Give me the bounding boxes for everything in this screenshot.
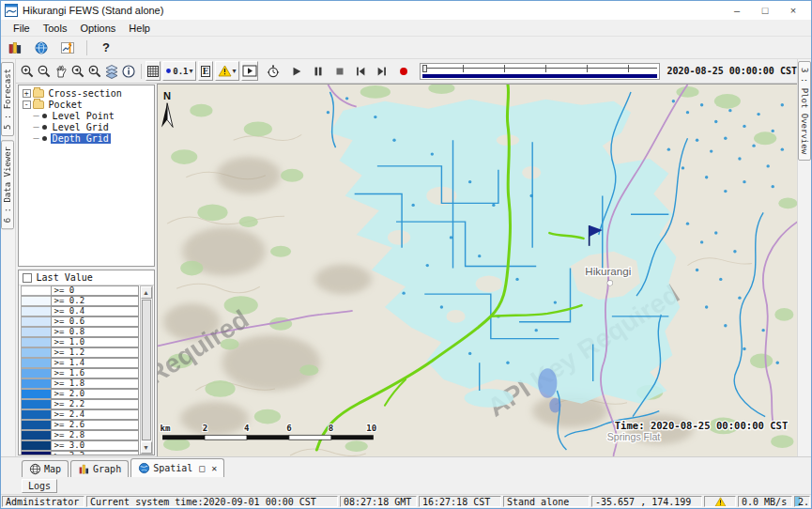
grid-display-icon[interactable] <box>146 61 161 81</box>
play-icon[interactable] <box>290 61 304 81</box>
layers-icon[interactable] <box>104 61 119 81</box>
pause-icon[interactable] <box>311 61 325 81</box>
legend-scrollbar[interactable]: ▲ ▼ <box>140 285 153 455</box>
status-coordinates: -35.657 , 174.199 <box>591 496 702 507</box>
tree-connector: ─ <box>34 133 39 144</box>
last-value-label: Last Value <box>37 272 93 283</box>
tree-item[interactable]: +Cross-section <box>21 87 154 99</box>
legend-color-swatch <box>21 409 51 420</box>
panel-maximize-icon[interactable]: □ <box>199 463 205 473</box>
minimize-button[interactable]: – <box>723 5 751 16</box>
menu-options[interactable]: Options <box>73 21 122 36</box>
tree-item[interactable]: ─Depth Grid <box>21 132 154 144</box>
step-last-icon[interactable] <box>375 61 390 81</box>
legend-row[interactable]: >= 1.2 <box>21 347 154 358</box>
tree-item[interactable]: ─Level Point <box>21 110 154 121</box>
last-value-checkbox[interactable] <box>23 273 32 283</box>
tab-forecast[interactable]: 5 : Forecast <box>1 62 14 136</box>
info-icon[interactable] <box>121 61 136 81</box>
logs-button[interactable]: Logs <box>22 479 57 493</box>
panel-close-icon[interactable]: ✕ <box>211 463 217 473</box>
status-mode: Stand alone <box>503 496 590 507</box>
time-slider-handle[interactable] <box>422 65 427 72</box>
zoom-next-icon[interactable] <box>87 61 102 81</box>
record-icon[interactable] <box>396 61 410 81</box>
tree-expander-icon[interactable]: + <box>23 89 31 98</box>
legend-row[interactable]: >= 0.2 <box>21 296 154 306</box>
scroll-up-icon[interactable]: ▲ <box>141 286 152 299</box>
menu-file[interactable]: File <box>7 21 37 36</box>
classbreak-dropdown[interactable]: 0.1 ▾ <box>162 61 195 81</box>
bullet-icon <box>42 136 47 141</box>
town-label: Hikurangi <box>585 267 631 278</box>
legend-row[interactable]: >= 3.0 <box>21 440 154 451</box>
legend-value-label: >= 2.2 <box>51 399 139 409</box>
legend-row[interactable]: >= 1.8 <box>21 378 154 389</box>
tab-graph[interactable]: Graph <box>70 460 129 477</box>
scrollbar-thumb[interactable] <box>142 300 151 440</box>
legend-row[interactable]: >= 0.6 <box>21 316 154 327</box>
legend-color-swatch <box>21 296 51 306</box>
tree-item-label: Level Point <box>51 111 116 121</box>
menu-tools[interactable]: Tools <box>37 21 74 36</box>
maximize-button[interactable]: □ <box>751 5 779 16</box>
left-tab-strip: 5 : Forecast 6 : Data Viewer <box>1 59 16 456</box>
svg-text:N: N <box>163 90 171 101</box>
zoom-in-icon[interactable] <box>20 61 35 81</box>
tab-spatial[interactable]: Spatial □ ✕ <box>130 458 224 477</box>
legend-row[interactable]: >= 3.2 <box>21 451 154 455</box>
legend-row[interactable]: >= 1.4 <box>21 358 154 368</box>
legend-row[interactable]: >= 2.8 <box>21 430 154 440</box>
tab-map[interactable]: Map <box>22 460 69 477</box>
tree-item[interactable]: -Pocket <box>21 99 154 110</box>
animation-settings-icon[interactable] <box>266 61 281 81</box>
movie-player-icon[interactable] <box>241 61 258 81</box>
zoom-previous-icon[interactable] <box>70 61 85 81</box>
legend-row[interactable]: >= 0 <box>21 285 154 296</box>
pan-hand-icon[interactable] <box>54 61 69 81</box>
tab-plot-overview[interactable]: 3 : Plot Overview <box>798 61 811 161</box>
svg-text:E: E <box>202 67 208 76</box>
chart-arrow-icon[interactable] <box>57 39 78 57</box>
legend-color-swatch <box>21 316 51 327</box>
labels-toggle-icon[interactable]: E <box>198 61 213 81</box>
tree-item[interactable]: ─Level Grid <box>21 121 154 132</box>
tree-item-label: Pocket <box>47 100 84 110</box>
map-view[interactable]: API Key Required <box>157 84 797 456</box>
tab-data-viewer[interactable]: 6 : Data Viewer <box>1 140 14 229</box>
legend-value-label: >= 2.4 <box>51 409 139 420</box>
time-slider[interactable] <box>420 63 659 80</box>
scroll-down-icon[interactable]: ▼ <box>141 441 152 454</box>
status-warning-cell[interactable] <box>704 496 736 507</box>
thresholds-dropdown[interactable]: ▾ <box>215 61 239 81</box>
wire-globe-icon <box>29 463 41 475</box>
zoom-out-icon[interactable] <box>37 61 52 81</box>
menu-help[interactable]: Help <box>122 21 157 36</box>
window-title: Hikurangi FEWS (Stand alone) <box>23 5 723 16</box>
tree-item-label: Level Grid <box>51 122 111 132</box>
legend-color-swatch <box>21 337 51 347</box>
warning-icon <box>714 497 727 507</box>
tree-expander-icon[interactable]: - <box>23 100 31 109</box>
database-icon[interactable] <box>5 39 25 57</box>
legend-row[interactable]: >= 2.4 <box>21 409 154 420</box>
help-button[interactable]: ? <box>96 39 116 57</box>
legend-row[interactable]: >= 2.0 <box>21 389 154 399</box>
legend-row[interactable]: >= 0.4 <box>21 306 154 316</box>
tab-spatial-label: Spatial <box>153 463 192 473</box>
stop-icon[interactable] <box>332 61 346 81</box>
dot-icon <box>165 68 172 74</box>
legend-value-label: >= 2.0 <box>51 389 139 399</box>
legend-row[interactable]: >= 2.6 <box>21 420 154 430</box>
legend-row[interactable]: >= 1.0 <box>21 337 154 347</box>
legend-row[interactable]: >= 1.6 <box>21 368 154 378</box>
main-toolbar: ? <box>1 37 811 59</box>
legend-row[interactable]: >= 2.2 <box>21 399 154 409</box>
close-button[interactable]: × <box>779 5 807 16</box>
folder-icon <box>33 89 44 98</box>
step-first-icon[interactable] <box>354 61 368 81</box>
legend-panel: Last Value >= 0>= 0.2>= 0.4>= 0.6>= 0.8>… <box>18 270 155 455</box>
legend-row[interactable]: >= 0.8 <box>21 327 154 337</box>
legend-color-swatch <box>21 399 51 409</box>
globe-icon[interactable] <box>31 39 52 57</box>
